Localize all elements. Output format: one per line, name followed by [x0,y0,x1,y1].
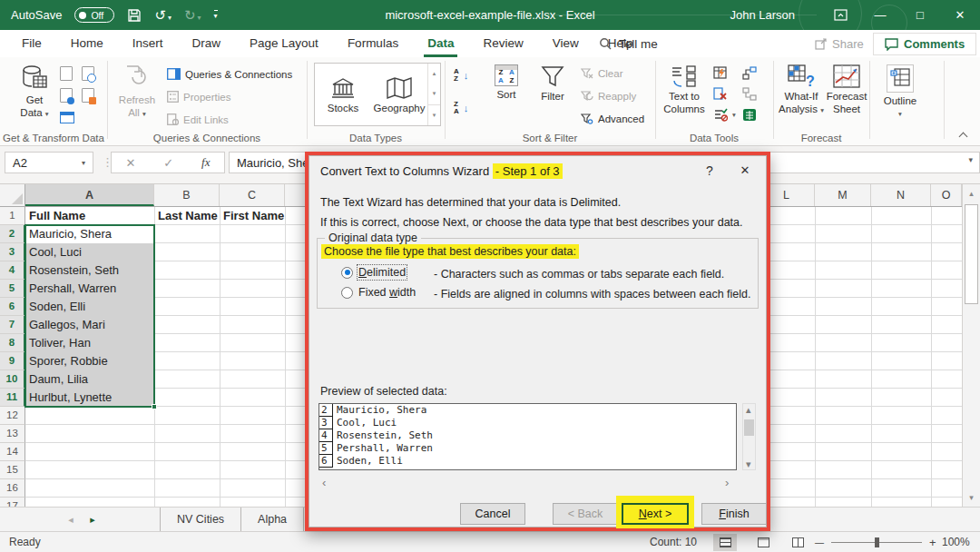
row-header-16[interactable]: 16 [0,479,25,498]
tab-page-layout[interactable]: Page Layout [235,30,333,57]
maximize-button[interactable]: □ [900,0,940,30]
user-name[interactable]: John Larson [730,8,795,22]
finish-button[interactable]: Finish [701,503,767,525]
dialog-close-button[interactable]: ✕ [729,160,761,182]
zoom-slider[interactable] [831,542,922,543]
row-header-15[interactable]: 15 [0,461,25,479]
preview-scroll-down-icon[interactable]: ▾ [746,458,751,470]
row-header-17[interactable]: 17 [0,498,25,507]
column-header-a[interactable]: A [25,184,154,206]
row-header-10[interactable]: 10 [0,370,25,389]
delimited-radio[interactable]: Delimited [341,266,406,279]
row-header-12[interactable]: 12 [0,407,25,425]
expand-formula-bar-icon[interactable]: ▾ [968,155,973,164]
cell-A8[interactable]: Toliver, Han [25,334,154,352]
tab-file[interactable]: File [7,30,56,57]
cell-A11[interactable]: Hurlbut, Lynette [25,389,154,407]
recent-sources-icon[interactable] [82,66,94,81]
cell-A2[interactable]: Mauricio, Shera [25,225,154,243]
preview-scroll-thumb[interactable] [744,419,754,436]
next-button[interactable]: Next > [622,503,689,525]
cell-C1[interactable]: First Name [220,207,285,225]
sheet-tab-alpha[interactable]: Alpha [241,508,304,531]
row-header-8[interactable]: 8 [0,334,25,352]
existing-connections-icon[interactable] [82,88,94,103]
what-if-analysis-button[interactable]: ? What-IfAnalysis ▾ [779,64,824,116]
row-header-6[interactable]: 6 [0,298,25,316]
remove-duplicates-button[interactable] [713,87,728,101]
scroll-down-icon[interactable]: ▾ [963,488,980,507]
cell-A1[interactable]: Full Name [25,207,154,225]
manage-data-model-button[interactable] [742,108,757,122]
cell-A10[interactable]: Daum, Lilia [25,370,154,389]
gallery-up-icon[interactable]: ▴ [428,64,440,84]
flash-fill-button[interactable] [713,66,728,80]
from-table-icon[interactable] [60,112,74,123]
get-data-button[interactable]: GetData ▾ [13,64,56,120]
tell-me-box[interactable]: Tell me [599,30,658,57]
cell-A9[interactable]: Sporer, Robbie [25,352,154,370]
normal-view-button[interactable] [713,534,737,551]
insert-function-icon[interactable]: fx [201,155,210,170]
share-button[interactable]: Share [806,33,873,54]
page-break-view-button[interactable] [786,534,809,551]
row-header-9[interactable]: 9 [0,352,25,370]
row-header-7[interactable]: 7 [0,316,25,334]
ribbon-display-options-icon[interactable] [820,0,860,30]
cancel-entry-icon[interactable]: ✕ [125,156,135,170]
outline-button[interactable]: Outline ▾ [878,64,922,118]
from-text-icon[interactable] [60,66,73,81]
sort-ascending-button[interactable]: AZ↓ [454,68,468,83]
row-header-4[interactable]: 4 [0,261,25,280]
stocks-tile[interactable]: Stocks [315,64,371,125]
row-header-13[interactable]: 13 [0,425,25,443]
preview-vertical-scrollbar[interactable]: ▴ ▾ [742,403,756,470]
geography-tile[interactable]: Geography [371,64,427,125]
vertical-scroll-thumb[interactable] [965,204,978,304]
fixed-width-radio[interactable]: Fixed width [341,286,416,299]
confirm-entry-icon[interactable]: ✓ [163,156,173,170]
cell-A5[interactable]: Pershall, Warren [25,280,154,298]
preview-box[interactable]: 2Mauricio, Shera3Cool, Luci4Rosenstein, … [318,403,737,470]
relationships-button[interactable] [742,87,757,101]
page-layout-view-button[interactable] [751,534,775,551]
scroll-up-icon[interactable]: ▴ [963,184,980,202]
preview-scroll-right-icon[interactable]: › [725,476,729,489]
row-header-2[interactable]: 2 [0,225,25,243]
text-to-columns-button[interactable]: Text toColumns [661,64,708,116]
data-validation-button[interactable]: ▾ [713,108,736,122]
cell-A3[interactable]: Cool, Luci [25,243,154,261]
collapse-ribbon-icon[interactable] [959,133,968,142]
column-header-m[interactable]: M [815,184,871,206]
vertical-scrollbar[interactable]: ▴ ▾ [962,184,980,507]
tab-formulas[interactable]: Formulas [333,30,413,57]
row-header-3[interactable]: 3 [0,243,25,261]
name-box[interactable]: A2▾ [5,152,93,173]
column-header-n[interactable]: N [871,184,931,206]
sheet-nav-left-icon[interactable]: ◂ [60,508,82,531]
tab-data[interactable]: Data [413,30,468,57]
queries-connections-button[interactable]: Queries & Connections [167,68,292,80]
consolidate-button[interactable] [742,66,757,80]
sheet-tab-nv-cities[interactable]: NV Cities [161,508,241,531]
row-header-11[interactable]: 11 [0,389,25,407]
filter-button[interactable]: Filter [534,64,572,103]
preview-scroll-up-icon[interactable]: ▴ [746,404,751,416]
tab-draw[interactable]: Draw [178,30,236,57]
dialog-help-button[interactable]: ? [696,160,723,182]
preview-scroll-left-icon[interactable]: ‹ [322,476,326,489]
gallery-more-icon[interactable]: ▾ [428,104,440,125]
tab-review[interactable]: Review [468,30,537,57]
cell-A7[interactable]: Gallegos, Mari [25,316,154,334]
name-box-dropdown-icon[interactable]: ▾ [82,159,85,167]
sheet-nav-right-icon[interactable]: ▸ [82,508,103,531]
fill-handle[interactable] [152,404,157,409]
zoom-out-icon[interactable]: — [815,537,824,547]
tab-insert[interactable]: Insert [118,30,178,57]
cell-B1[interactable]: Last Name [154,207,220,225]
zoom-slider-thumb[interactable] [875,537,879,547]
comments-button[interactable]: Comments [873,33,976,55]
cell-A6[interactable]: Soden, Elli [25,298,154,316]
row-header-14[interactable]: 14 [0,443,25,461]
zoom-in-icon[interactable]: + [929,536,936,549]
